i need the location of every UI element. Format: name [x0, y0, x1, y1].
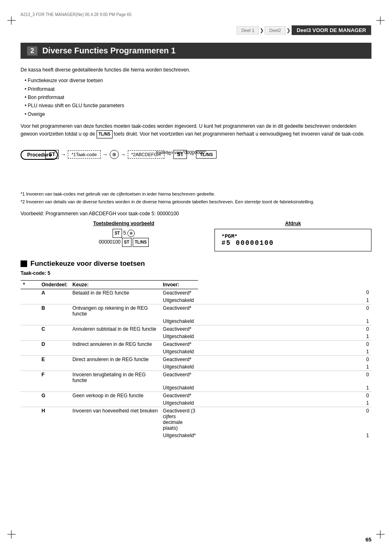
- td-keuze: Uitgeschakeld: [160, 297, 198, 304]
- td-part: [39, 333, 70, 341]
- table-row: HInvoeren van hoeveelheid met breukenGea…: [21, 407, 371, 432]
- diag-arrow3: →: [120, 151, 126, 158]
- afdruk-header: Afdruk: [214, 221, 371, 226]
- td-asterisk: [21, 325, 39, 333]
- td-asterisk: [21, 348, 39, 356]
- example-tables: Toetsbediening voorbeeld ST 5 ⊗ 00000100…: [45, 221, 371, 251]
- td-label: Indirect annuleren in de REG functie: [70, 340, 160, 348]
- print-line1: *PGM*: [221, 233, 364, 240]
- crosshair-br: [376, 530, 385, 539]
- bullet-item-0: Functiekeuze voor diverse toetsen: [25, 76, 371, 85]
- tlns-key-inline: TL/NS: [97, 130, 113, 138]
- footnote-2: *2 Invoeren van details van de diverse f…: [21, 198, 371, 206]
- td-part: [39, 297, 70, 304]
- table-row: Uitgeschakeld1: [21, 333, 371, 341]
- td-keuze: Uitgeschakeld: [160, 348, 198, 356]
- table-row: ABetaald in de REG functieGeactiveerd*0: [21, 289, 371, 297]
- bullet-item-4: Overige: [25, 110, 371, 118]
- td-label: Ontvangen op rekening in de REG functie: [70, 304, 160, 318]
- procedure-diagram: ST → *1Taak-code → ⊗ → *2ABCDEFGH → ST →…: [45, 150, 371, 159]
- nav-deel3[interactable]: Deel3 VOOR DE MANAGER: [291, 25, 371, 35]
- td-keuze: Uitgeschakeld: [160, 318, 198, 325]
- diag-arrow1: →: [60, 151, 66, 158]
- td-invoer: 1: [198, 363, 371, 371]
- td-keuze: Uitgeschakeld*: [160, 432, 198, 439]
- page-number: 65: [366, 537, 371, 543]
- intro-line1: De kassa heeft diverse gedetailleerde fu…: [21, 66, 371, 74]
- table-row: BOntvangen op rekening in de REG functie…: [21, 304, 371, 318]
- td-label: Annuleren subtotaal in de REG functie: [70, 325, 160, 333]
- crosshair-tr: [376, 16, 385, 25]
- keystroke-line2: 00000100 ST TL/NS: [45, 238, 202, 247]
- footnote-1: *1 Invoeren van taak-codes met gebruik v…: [21, 190, 371, 198]
- table-header-row: * Onderdeel: Keuze: Invoer:: [21, 280, 371, 289]
- table-row: EDirect annuleren in de REG functieGeact…: [21, 355, 371, 363]
- td-invoer: 0: [198, 355, 371, 363]
- td-part: F: [39, 371, 70, 384]
- bullet-list: Functiekeuze voor diverse toetsen Printf…: [25, 76, 371, 118]
- td-label: Invoeren terugbetaling in de REG functie: [70, 371, 160, 384]
- example-col-afdruk: Afdruk *PGM* #5 00000100: [214, 221, 371, 251]
- table-row: Uitgeschakeld1: [21, 297, 371, 304]
- td-asterisk: [21, 318, 39, 325]
- footnotes: *1 Invoeren van taak-codes met gebruik v…: [21, 190, 371, 205]
- black-square-icon: [21, 260, 27, 267]
- td-asterisk: [21, 384, 39, 392]
- data-table: * Onderdeel: Keuze: Invoer: ABetaald in …: [21, 280, 371, 439]
- td-keuze: Geactiveerd*: [160, 325, 198, 333]
- keystroke-content: ST 5 ⊗ 00000100 ST TL/NS: [45, 229, 202, 247]
- nav-deel3-label: Deel3: [297, 27, 311, 33]
- nav-deel2[interactable]: Deel2: [265, 26, 286, 35]
- th-asterisk: *: [21, 280, 39, 289]
- th-keuze: Keuze:: [70, 280, 160, 289]
- td-invoer: 0: [198, 371, 371, 384]
- td-invoer: 0: [198, 325, 371, 333]
- td-invoer: 1: [198, 348, 371, 356]
- ks-tlns: TL/NS: [133, 238, 149, 247]
- td-label: Betaald in de REG functie: [70, 289, 160, 297]
- td-label: [70, 333, 160, 341]
- td-part: H: [39, 407, 70, 432]
- procedure-area: Procedure Instellen van "00000000" ST → …: [21, 150, 371, 183]
- th-onderdeel: Onderdeel:: [39, 280, 70, 289]
- td-invoer: 1: [198, 432, 371, 439]
- td-part: D: [39, 340, 70, 348]
- bullet-item-3: PLU niveau shift en GLU functie paramete…: [25, 101, 371, 110]
- table-row: Uitgeschakeld1: [21, 384, 371, 392]
- task-code: Taak-code: 5: [21, 270, 371, 276]
- section-number: 2: [27, 46, 37, 55]
- intro-para1-text2: toets drukt. Voor het voortzetten van he…: [114, 131, 364, 137]
- td-invoer: 0: [198, 340, 371, 348]
- td-asterisk: [21, 399, 39, 407]
- th-invoer: Invoer:: [160, 280, 198, 289]
- table-body: ABetaald in de REG functieGeactiveerd*0U…: [21, 289, 371, 439]
- td-asterisk: [21, 432, 39, 439]
- bullet-item-2: Bon printformaat: [25, 93, 371, 101]
- td-part: [39, 399, 70, 407]
- td-part: A: [39, 289, 70, 297]
- nav-arrow1: ❯: [260, 28, 264, 33]
- td-label: [70, 318, 160, 325]
- ks-st2: ST: [122, 238, 131, 247]
- keystroke-line1: ST 5 ⊗: [45, 229, 202, 238]
- print-line2: #5 00000100: [221, 240, 364, 247]
- section-title: Diverse Functies Programmeren 1: [42, 46, 176, 55]
- td-keuze: Geactiveerd*: [160, 289, 198, 297]
- td-keuze: Geactiveerd*: [160, 391, 198, 399]
- table-row: Uitgeschakeld1: [21, 348, 371, 356]
- instellen-label: Instellen van "00000000": [156, 150, 206, 155]
- td-asterisk: [21, 304, 39, 318]
- td-keuze: Uitgeschakeld: [160, 363, 198, 371]
- section-header: 2 Diverse Functies Programmeren 1: [21, 43, 371, 59]
- table-row: Uitgeschakeld*1: [21, 432, 371, 439]
- nav-tabs: Deel 1 ❯ Deel2 ❯ Deel3 VOOR DE MANAGER: [21, 25, 371, 35]
- td-invoer: 0: [198, 391, 371, 399]
- td-part: [39, 318, 70, 325]
- td-label: [70, 363, 160, 371]
- td-asterisk: [21, 297, 39, 304]
- nav-deel1[interactable]: Deel 1: [237, 26, 259, 35]
- td-invoer: 0: [198, 304, 371, 318]
- td-label: [70, 432, 160, 439]
- td-label: [70, 348, 160, 356]
- procedure-label: Procedure: [21, 150, 58, 160]
